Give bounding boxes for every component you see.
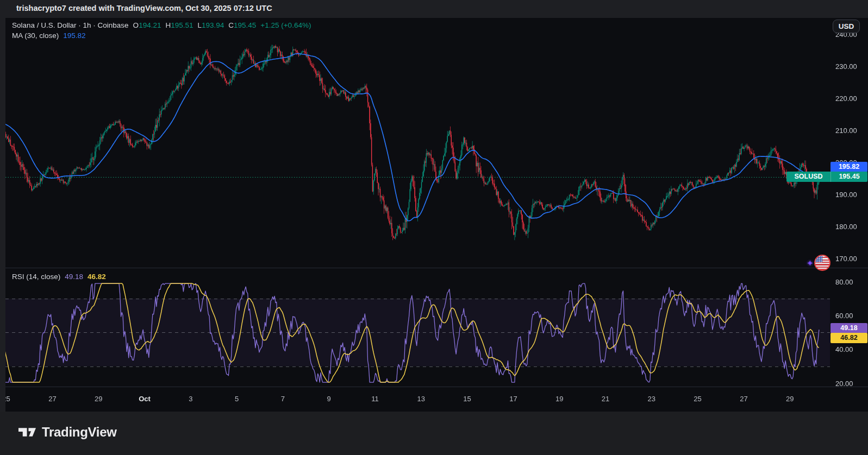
rsi-axis-label: 40.00 <box>835 345 853 353</box>
price-axis-label: 190.00 <box>835 191 857 199</box>
last-price-value: 195.45 <box>830 172 867 182</box>
price-axis-label: 220.00 <box>835 94 857 103</box>
time-axis-label: 17 <box>509 395 517 403</box>
time-axis-label: 27 <box>48 395 56 403</box>
ticker-tag: SOLUSD <box>786 172 830 182</box>
pane-separator[interactable] <box>5 268 868 268</box>
ohlc-high: H195.51 <box>165 21 193 29</box>
time-axis-label: 7 <box>281 395 285 403</box>
rsi-ma-legend-value: 46.82 <box>88 273 106 281</box>
rsi-value-badge: 49.18 <box>830 323 867 333</box>
rsi-legend-value: 49.18 <box>65 273 83 281</box>
chart-widget: Solana / U.S. Dollar · 1h · Coinbase O19… <box>5 18 868 412</box>
time-axis-label: 5 <box>235 395 239 403</box>
sparkle-icon: ✦ <box>807 258 814 268</box>
time-axis-label: 23 <box>648 395 655 403</box>
time-axis-label: 25 <box>5 395 10 403</box>
usa-flag-icon <box>814 255 830 271</box>
time-axis-label: 29 <box>95 395 102 403</box>
time-axis-label: 9 <box>327 395 331 403</box>
ohlc-close: C195.45 <box>228 21 256 29</box>
ma-legend: MA (30, close) 195.82 <box>12 31 86 40</box>
rsi-ma-value-badge: 46.82 <box>830 333 867 343</box>
footer-bar: TradingView <box>0 412 868 455</box>
ma-legend-value: 195.82 <box>63 31 85 40</box>
time-axis[interactable]: 252729Oct357911131517192123252729 <box>5 387 868 412</box>
symbol-title: Solana / U.S. Dollar · 1h · Coinbase <box>12 21 129 29</box>
symbol-legend: Solana / U.S. Dollar · 1h · Coinbase O19… <box>12 21 311 29</box>
rsi-axis-label: 20.00 <box>835 379 853 387</box>
price-axis-label: 170.00 <box>835 255 857 263</box>
time-axis-label: 15 <box>463 395 471 403</box>
rsi-legend: RSI (14, close) 49.18 46.82 <box>12 273 106 281</box>
time-axis-label: 27 <box>740 395 747 403</box>
ma-legend-label: MA (30, close) <box>12 31 59 40</box>
price-axis-label: 210.00 <box>835 127 857 135</box>
time-axis-label: 13 <box>417 395 425 403</box>
ma-price-badge: 195.82 <box>830 162 867 172</box>
time-axis-label: 25 <box>694 395 701 403</box>
time-axis-label: 3 <box>189 395 192 403</box>
tradingview-logo[interactable]: TradingView <box>18 425 117 440</box>
time-axis-label: 19 <box>555 395 563 403</box>
flag-emblem: ✦ <box>807 254 832 272</box>
rsi-axis-label: 60.00 <box>835 312 853 320</box>
price-change: +1.25 (+0.64%) <box>260 21 311 29</box>
time-axis-label: 11 <box>371 395 379 403</box>
top-attribution-bar: trishacrypto7 created with TradingView.c… <box>0 0 868 18</box>
price-axis-label: 230.00 <box>835 62 857 71</box>
ohlc-low: L193.94 <box>197 21 224 29</box>
tradingview-snapshot: trishacrypto7 created with TradingView.c… <box>0 0 868 455</box>
price-axis-label: 180.00 <box>835 223 857 231</box>
last-price-badge: SOLUSD 195.45 <box>786 172 867 182</box>
attribution-text: trishacrypto7 created with TradingView.c… <box>16 4 272 12</box>
ohlc-open: O194.21 <box>133 21 161 29</box>
chart-canvas[interactable] <box>5 18 830 387</box>
currency-toggle-button[interactable]: USD <box>833 20 860 33</box>
tradingview-logo-icon <box>18 427 36 438</box>
time-axis-label: 21 <box>602 395 609 403</box>
rsi-legend-label: RSI (14, close) <box>12 273 60 281</box>
tradingview-logo-text: TradingView <box>42 425 117 440</box>
time-axis-label: Oct <box>139 395 151 403</box>
time-axis-label: 29 <box>786 395 794 403</box>
rsi-axis-label: 80.00 <box>835 278 853 286</box>
